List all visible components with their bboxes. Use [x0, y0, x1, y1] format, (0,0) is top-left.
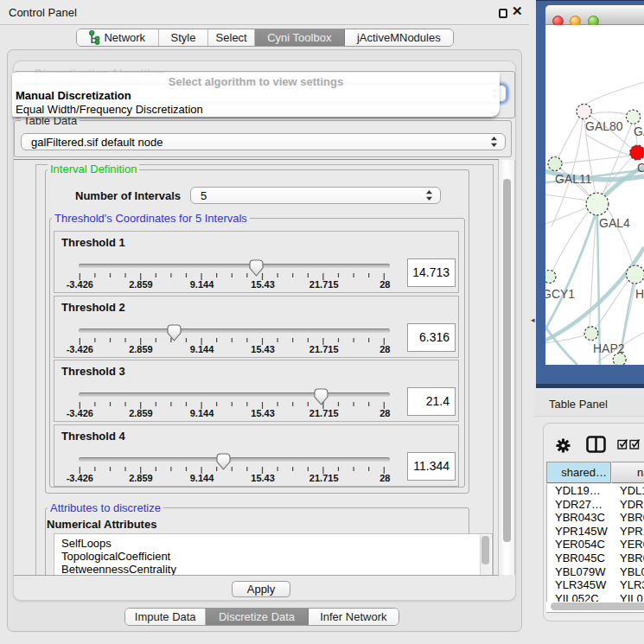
svg-text:C.: C.	[637, 161, 644, 175]
svg-text:GAL80: GAL80	[585, 119, 623, 133]
svg-text:H: H	[635, 287, 644, 301]
svg-text:GCY1: GCY1	[545, 287, 575, 301]
svg-text:GAL4: GAL4	[599, 216, 630, 230]
svg-text:HAP2: HAP2	[593, 341, 625, 355]
svg-text:GA: GA	[634, 124, 644, 138]
svg-text:GAL11: GAL11	[555, 172, 592, 186]
